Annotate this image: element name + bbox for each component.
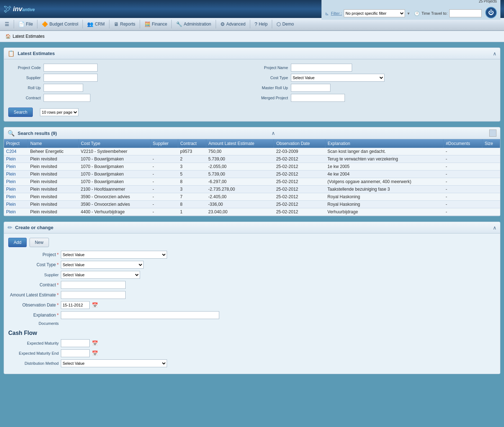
nav-reports[interactable]: 🖥 Reports: [111, 19, 138, 29]
expected-maturity-end-row: Expected Maturity End 📅: [8, 349, 496, 357]
estimates-form-grid: Project Code Supplier Roll Up Contract: [8, 64, 496, 104]
logo-area: 🕊 invantive: [4, 4, 47, 14]
crm-icon: 👥: [87, 21, 93, 27]
merged-project-input[interactable]: [291, 94, 345, 102]
create-contract-label: Contract *: [8, 282, 59, 287]
amount-required: *: [57, 292, 59, 297]
table-row: PleinPlein revisited4400 - Verhuurbijdra…: [4, 208, 500, 216]
merged-project-row: Merged Project: [256, 94, 496, 102]
project-link[interactable]: Plein: [6, 187, 16, 192]
nav-budget-control[interactable]: 🔶 Budget Control: [39, 19, 81, 29]
estimates-body: Project Code Supplier Roll Up Contract: [4, 59, 500, 121]
create-project-select[interactable]: Select Value: [61, 251, 167, 259]
nav-hamburger[interactable]: ☰: [2, 19, 12, 29]
create-project-label: Project *: [8, 252, 59, 257]
nav-file[interactable]: 📄 File: [15, 19, 36, 29]
nav-administration[interactable]: 🔧 Administration: [173, 19, 214, 29]
project-link[interactable]: Plein: [6, 156, 16, 162]
project-link[interactable]: C204: [6, 149, 17, 154]
nav-advanced[interactable]: ⚙ Advanced: [217, 19, 248, 29]
project-link[interactable]: Plein: [6, 179, 16, 184]
search-icon: 🔍: [8, 130, 15, 137]
nav-divider-7: [216, 20, 216, 28]
power-button[interactable]: ⏻: [485, 7, 497, 18]
distribution-method-select[interactable]: Select Value: [61, 359, 167, 367]
estimates-icon: 📋: [8, 50, 15, 57]
col-cost-type: Cost Type: [78, 139, 150, 148]
master-roll-up-input[interactable]: [291, 84, 330, 92]
col-amount: Amount Latest Estimate: [206, 139, 274, 148]
project-name-input[interactable]: [291, 64, 352, 72]
nav-budget-label: Budget Control: [49, 22, 78, 27]
nav-divider-2: [37, 20, 37, 28]
add-button[interactable]: Add: [8, 238, 27, 247]
nav-demo[interactable]: ⬡ Demo: [274, 19, 297, 29]
roll-up-input[interactable]: [44, 84, 83, 92]
create-amount-input[interactable]: [61, 291, 126, 299]
search-results-title: Search results (9): [18, 131, 57, 136]
nav-finance[interactable]: 🧮 Finance: [141, 19, 170, 29]
col-explanation: Explanation: [325, 139, 444, 148]
results-collapse-btn[interactable]: ∧: [271, 130, 275, 136]
obs-date-calendar-icon[interactable]: 📅: [92, 302, 98, 308]
project-link[interactable]: Plein: [6, 209, 16, 214]
project-link[interactable]: Plein: [6, 202, 16, 207]
estimates-collapse-btn[interactable]: ∧: [493, 51, 496, 56]
search-button[interactable]: Search: [8, 108, 33, 117]
obs-date-required: *: [57, 303, 59, 308]
create-supplier-select[interactable]: Select Value: [61, 271, 140, 279]
supplier-label: Supplier: [8, 76, 41, 80]
create-obs-date-label: Observation Date *: [8, 303, 59, 308]
projects-count: 25 Projects: [325, 0, 497, 3]
results-table-container: Project Name Cost Type Supplier Contract…: [4, 139, 500, 216]
nav-divider-3: [82, 20, 83, 28]
nav-crm[interactable]: 👥 CRM: [84, 19, 107, 29]
table-row: PleinPlein revisited2100 - Hoofdaannemer…: [4, 186, 500, 193]
create-supplier-row: Supplier Select Value: [8, 271, 496, 279]
hamburger-icon: ☰: [5, 21, 9, 27]
supplier-input[interactable]: [44, 74, 98, 82]
nav-divider-9: [272, 20, 272, 28]
project-link[interactable]: Plein: [6, 164, 16, 169]
top-header: 🕊 invantive 25 Projects ⊾ Filter : No pr…: [0, 0, 504, 18]
latest-estimates-panel: 📋 Latest Estimates ∧ Project Code Suppli…: [4, 47, 500, 122]
col-size: Size: [482, 139, 500, 148]
time-travel-input[interactable]: [449, 9, 482, 17]
filter-label[interactable]: Filter :: [331, 11, 342, 15]
expected-maturity-end-label: Expected Maturity End: [8, 351, 59, 355]
project-link[interactable]: Plein: [6, 172, 16, 177]
new-button[interactable]: New: [30, 238, 49, 247]
breadcrumb-home-icon[interactable]: 🏠: [5, 34, 11, 39]
distribution-method-row: Distribution Method Select Value: [8, 359, 496, 367]
create-explanation-input[interactable]: [61, 311, 219, 319]
filter-select[interactable]: No project specific filter: [344, 9, 405, 17]
expected-maturity-input[interactable]: [61, 339, 90, 347]
filter-icon: ⊾: [325, 11, 329, 16]
create-cost-type-row: Cost Type * Select Value: [8, 261, 496, 269]
nav-help[interactable]: ? Help: [252, 19, 270, 29]
cost-type-select[interactable]: Select Value: [291, 74, 384, 82]
expected-maturity-end-input[interactable]: [61, 349, 90, 357]
contract-input[interactable]: [44, 94, 90, 102]
project-link[interactable]: Plein: [6, 194, 16, 199]
roll-up-label: Roll Up: [8, 86, 41, 90]
rows-per-page-select[interactable]: 10 rows per page 25 rows per page 50 row…: [40, 108, 78, 116]
table-row: C204Beheer EnergeticV2210 - Systeembehee…: [4, 148, 500, 155]
cash-flow-title: Cash Flow: [8, 330, 496, 336]
project-code-input[interactable]: [44, 64, 98, 72]
expected-maturity-calendar-icon[interactable]: 📅: [92, 340, 98, 346]
finance-icon: 🧮: [144, 21, 150, 27]
nav-divider-8: [250, 20, 250, 28]
roll-up-row: Roll Up: [8, 84, 248, 92]
create-supplier-label: Supplier: [8, 273, 59, 277]
expected-maturity-label: Expected Maturity: [8, 341, 59, 345]
project-required: *: [57, 252, 59, 257]
create-obs-date-input[interactable]: 15-11-2012: [61, 301, 90, 309]
create-collapse-btn[interactable]: ∧: [493, 225, 496, 231]
filter-dropdown-icon: ▼: [407, 12, 410, 15]
create-contract-input[interactable]: [61, 281, 126, 289]
results-expand-btn[interactable]: [489, 130, 496, 137]
project-name-row: Project Name: [256, 64, 496, 72]
create-cost-type-select[interactable]: Select Value: [61, 261, 144, 269]
expected-maturity-end-calendar-icon[interactable]: 📅: [92, 350, 98, 356]
